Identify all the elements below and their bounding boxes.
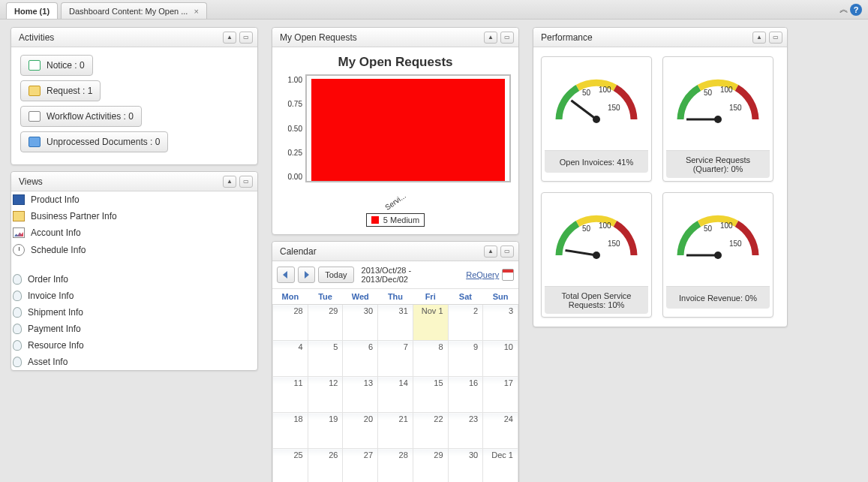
view-order-info[interactable]: Order Info <box>13 274 256 285</box>
calendar-day-cell[interactable]: 30 <box>343 305 378 341</box>
tab-dashboard[interactable]: Dashboard Content: My Open ... × <box>61 2 207 19</box>
calendar-day-cell[interactable]: 22 <box>413 413 448 449</box>
view-label: Order Info <box>28 274 68 285</box>
calendar-day-cell[interactable]: 3 <box>483 305 518 341</box>
view-shipment-info[interactable]: Shipment Info <box>13 307 256 318</box>
calendar-day-cell[interactable]: 23 <box>448 413 483 449</box>
calendar-day-cell[interactable]: 6 <box>343 341 378 377</box>
calendar-today-button[interactable]: Today <box>318 267 353 283</box>
view-account-info[interactable]: Account Info <box>13 227 256 238</box>
calendar-day-cell[interactable]: 19 <box>308 413 343 449</box>
view-schedule-info[interactable]: Schedule Info <box>13 244 256 256</box>
calendar-day-cell[interactable]: 16 <box>448 377 483 413</box>
panel-maximize-icon[interactable]: ▭ <box>769 32 782 44</box>
view-resource-info[interactable]: Resource Info <box>13 340 256 351</box>
calendar-day-cell[interactable]: 13 <box>343 377 378 413</box>
svg-text:50: 50 <box>582 89 591 97</box>
calendar-day-cell[interactable]: 7 <box>378 341 413 377</box>
calendar-day-cell[interactable]: 18 <box>273 413 308 449</box>
calendar-day-cell[interactable]: 26 <box>308 449 343 483</box>
help-icon[interactable]: ? <box>850 4 862 16</box>
calendar-day-cell[interactable]: 24 <box>483 413 518 449</box>
calendar-day-cell[interactable]: Nov 1 <box>413 305 448 341</box>
panel-collapse-icon[interactable]: ▲ <box>484 246 497 258</box>
panel-maximize-icon[interactable]: ▭ <box>500 32 514 44</box>
gauge-open-invoices[interactable]: 50 100 150 Open Invoices: 41% <box>541 56 652 182</box>
calendar-day-cell[interactable]: 11 <box>273 377 308 413</box>
panel-collapse-icon[interactable]: ▲ <box>484 32 497 44</box>
calendar-day-cell[interactable]: 29 <box>413 449 448 483</box>
chart-legend: 5 Medium <box>366 213 425 227</box>
calendar-prev-button[interactable] <box>277 267 295 283</box>
panel-maximize-icon[interactable]: ▭ <box>500 246 514 258</box>
calendar-day-cell[interactable]: 27 <box>343 449 378 483</box>
calendar-day-cell[interactable]: 12 <box>308 377 343 413</box>
calendar-day-cell[interactable]: 21 <box>378 413 413 449</box>
today-label: Today <box>325 270 347 279</box>
panel-maximize-icon[interactable]: ▭ <box>239 32 253 44</box>
svg-text:50: 50 <box>582 224 591 233</box>
tab-home[interactable]: Home (1) <box>6 2 58 19</box>
view-invoice-info[interactable]: Invoice Info <box>13 291 256 301</box>
views-panel: Views ▲ ▭ Product Info Business Partner … <box>11 171 258 371</box>
view-asset-info[interactable]: Asset Info <box>13 357 256 367</box>
svg-text:100: 100 <box>720 221 733 230</box>
calendar-day-cell[interactable]: 20 <box>343 413 378 449</box>
svg-text:100: 100 <box>720 86 733 94</box>
panel-collapse-icon[interactable]: ▲ <box>752 32 766 44</box>
calendar-day-cell[interactable]: 30 <box>448 449 483 483</box>
ytick: 0.25 <box>288 149 302 157</box>
view-payment-info[interactable]: Payment Info <box>13 324 256 334</box>
panel-collapse-icon[interactable]: ▲ <box>223 176 236 188</box>
gauge-total-open-service-requests[interactable]: 50 100 150 Total Open Service Requests: … <box>541 192 652 318</box>
calendar-date-range: 2013/Oct/28 - 2013/Dec/02 <box>362 266 459 284</box>
calendar-day-cell[interactable]: 10 <box>483 341 518 377</box>
collapse-icon[interactable]: ︽ <box>839 3 845 16</box>
panel-collapse-icon[interactable]: ▲ <box>223 32 236 44</box>
notice-button[interactable]: Notice : 0 <box>20 55 93 76</box>
calendar-day-cell[interactable]: 4 <box>273 341 308 377</box>
calendar-day-cell[interactable]: 29 <box>308 305 343 341</box>
calendar-icon[interactable] <box>502 269 514 281</box>
svg-line-15 <box>566 250 597 255</box>
view-label: Shipment Info <box>28 307 83 318</box>
performance-panel: Performance ▲ ▭ 50 100 150 Open Invoices… <box>533 27 788 327</box>
chart-title: My Open Requests <box>280 55 511 70</box>
view-label: Account Info <box>31 227 81 238</box>
panel-maximize-icon[interactable]: ▭ <box>239 176 253 188</box>
notice-label: Notice : 0 <box>47 60 85 71</box>
calendar-day-cell[interactable]: 28 <box>378 449 413 483</box>
calendar-day-cell[interactable]: 8 <box>413 341 448 377</box>
chart-y-axis: 1.00 0.75 0.50 0.25 0.00 <box>280 74 305 182</box>
workflow-icon <box>29 111 41 122</box>
calendar-dow-header: Sat <box>448 289 483 305</box>
chart-bar[interactable] <box>311 79 505 181</box>
unprocessed-button[interactable]: Unprocessed Documents : 0 <box>20 131 168 152</box>
calendar-title: Calendar <box>280 246 484 257</box>
view-label: Invoice Info <box>28 291 74 301</box>
calendar-day-cell[interactable]: 14 <box>378 377 413 413</box>
close-icon[interactable]: × <box>194 7 198 16</box>
ytick: 0.00 <box>288 173 302 181</box>
calendar-day-cell[interactable]: 9 <box>448 341 483 377</box>
calendar-requery-link[interactable]: ReQuery <box>466 270 499 279</box>
view-product-info[interactable]: Product Info <box>13 194 256 205</box>
calendar-next-button[interactable] <box>298 267 316 283</box>
account-icon <box>13 227 25 238</box>
workflow-button[interactable]: Workflow Activities : 0 <box>20 106 142 127</box>
calendar-day-cell[interactable]: 31 <box>378 305 413 341</box>
calendar-day-cell[interactable]: 17 <box>483 377 518 413</box>
gauge-invoice-revenue[interactable]: 50 100 150 Invoice Revenue: 0% <box>662 192 773 318</box>
calendar-dow-header: Mon <box>273 289 308 305</box>
svg-text:150: 150 <box>729 104 742 112</box>
calendar-day-cell[interactable]: 2 <box>448 305 483 341</box>
calendar-day-cell[interactable]: 28 <box>273 305 308 341</box>
view-bp-info[interactable]: Business Partner Info <box>13 211 256 221</box>
calendar-day-cell[interactable]: 15 <box>413 377 448 413</box>
calendar-day-cell[interactable]: 25 <box>273 449 308 483</box>
gauge-service-requests[interactable]: 50 100 150 Service Requests (Quarter): 0… <box>662 56 773 182</box>
request-button[interactable]: Request : 1 <box>20 80 101 101</box>
calendar-day-cell[interactable]: 5 <box>308 341 343 377</box>
partner-icon <box>13 211 25 221</box>
calendar-day-cell[interactable]: Dec 1 <box>483 449 518 483</box>
